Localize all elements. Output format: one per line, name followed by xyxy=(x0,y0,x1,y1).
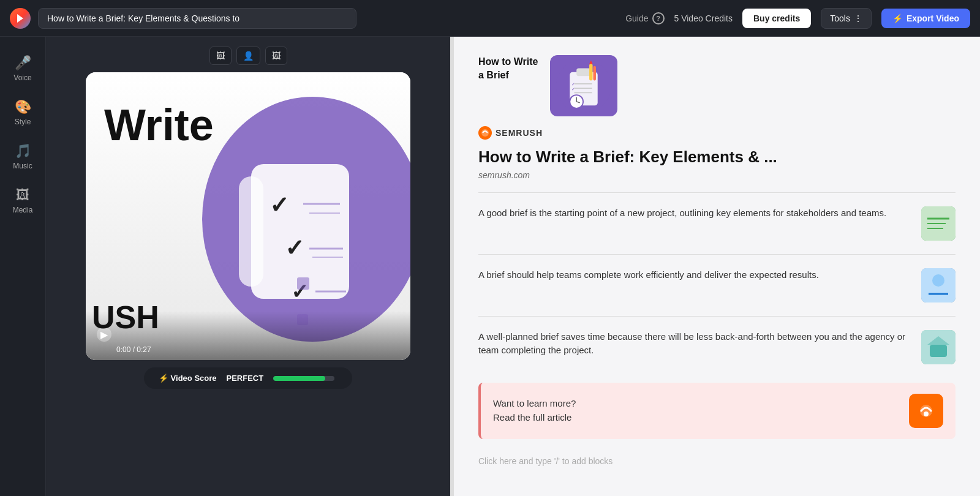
main-layout: 🎤 Voice 🎨 Style 🎵 Music 🖼 Media 🖼 👤 🖼 xyxy=(0,37,980,496)
center-panel: 🖼 👤 🖼 ✓ ✓ ✓ xyxy=(46,37,450,496)
svg-rect-37 xyxy=(930,345,947,357)
add-blocks-hint[interactable]: Click here and type '/' to add blocks xyxy=(478,451,956,471)
sidebar-item-music[interactable]: 🎵 Music xyxy=(4,137,42,176)
article-header-text: How to Write a Brief xyxy=(478,55,538,83)
svg-rect-3 xyxy=(239,176,263,287)
image-tool-3[interactable]: 🖼 xyxy=(265,47,287,65)
article-header: How to Write a Brief ✓ xyxy=(478,55,956,116)
image-toolbar: 🖼 👤 🖼 xyxy=(209,47,287,65)
topbar-right: Guide ? 5 Video Credits Buy credits Tool… xyxy=(625,8,970,29)
left-sidebar: 🎤 Voice 🎨 Style 🎵 Music 🖼 Media xyxy=(0,37,46,496)
video-write-text: Write xyxy=(104,103,214,147)
article-thumbnail: ✓ ✓ xyxy=(550,55,617,116)
svg-point-25 xyxy=(570,95,584,108)
project-title-input[interactable] xyxy=(38,8,356,29)
article-header-title: How to Write a Brief xyxy=(478,55,538,83)
image-tool-1[interactable]: 🖼 xyxy=(209,47,232,65)
semrush-text: SEMRUSH xyxy=(496,128,543,138)
right-panel: How to Write a Brief ✓ xyxy=(454,37,980,496)
credits-info: 5 Video Credits xyxy=(674,13,733,23)
svg-point-28 xyxy=(481,129,489,137)
guide-label: Guide xyxy=(625,13,648,23)
divider-1 xyxy=(478,192,956,193)
cta-line1: Want to learn more? xyxy=(493,397,576,411)
buy-credits-button[interactable]: Buy credits xyxy=(742,9,811,28)
score-perfect-label: PERFECT xyxy=(227,374,264,383)
video-rush-text: USH xyxy=(92,299,159,336)
score-bar-fill xyxy=(273,376,325,381)
paragraph-1: A good brief is the starting point of a … xyxy=(478,206,911,220)
sidebar-item-style[interactable]: 🎨 Style xyxy=(4,93,42,132)
export-button[interactable]: ⚡ Export Video xyxy=(881,9,970,28)
video-preview: ✓ ✓ ✓ Write ▶ 0:00 / 0:27 xyxy=(86,72,410,360)
purple-blob-decoration: ✓ ✓ ✓ xyxy=(190,91,410,348)
svg-text:✓: ✓ xyxy=(285,235,304,261)
svg-rect-16 xyxy=(577,68,592,76)
semrush-icon xyxy=(478,126,492,140)
microphone-icon: 🎤 xyxy=(15,55,31,71)
cta-semrush-icon xyxy=(909,394,943,428)
video-time: 0:00 / 0:27 xyxy=(116,345,151,354)
sidebar-voice-label: Voice xyxy=(13,73,31,82)
svg-point-40 xyxy=(924,411,929,416)
score-label: ⚡ Video Score xyxy=(159,374,217,383)
content-block-2: A brief should help teams complete work … xyxy=(478,262,956,309)
sidebar-style-label: Style xyxy=(15,118,31,126)
tools-dots-icon: ⋮ xyxy=(854,13,862,23)
article-domain: semrush.com xyxy=(478,170,956,180)
video-content: ✓ ✓ ✓ Write ▶ 0:00 / 0:27 xyxy=(86,72,410,360)
palette-icon: 🎨 xyxy=(15,99,31,115)
score-bar-track xyxy=(273,376,334,381)
paragraph-2: A brief should help teams complete work … xyxy=(478,268,911,282)
sidebar-media-label: Media xyxy=(13,206,33,214)
tools-label: Tools xyxy=(830,13,850,23)
export-flash-icon: ⚡ xyxy=(892,13,903,23)
media-icon: 🖼 xyxy=(16,187,29,203)
semrush-logo: SEMRUSH xyxy=(478,126,956,140)
article-main-title: How to Write a Brief: Key Elements & ... xyxy=(478,147,956,168)
svg-point-34 xyxy=(932,274,944,287)
sidebar-item-media[interactable]: 🖼 Media xyxy=(4,181,42,220)
content-block-1: A good brief is the starting point of a … xyxy=(478,200,956,247)
guide-help-icon: ? xyxy=(652,12,665,24)
divider-3 xyxy=(478,316,956,317)
thumbnail-2 xyxy=(921,268,956,302)
tools-button[interactable]: Tools ⋮ xyxy=(821,8,872,29)
cta-line2: Read the full article xyxy=(493,411,576,425)
svg-rect-17 xyxy=(590,64,593,80)
svg-rect-12 xyxy=(297,277,309,290)
content-block-3: A well-planned brief saves time because … xyxy=(478,324,956,370)
cta-block[interactable]: Want to learn more? Read the full articl… xyxy=(478,383,956,439)
divider-2 xyxy=(478,254,956,255)
paragraph-3: A well-planned brief saves time because … xyxy=(478,330,911,358)
thumbnail-1 xyxy=(921,206,956,241)
video-score-bar: ⚡ Video Score PERFECT xyxy=(144,367,352,389)
svg-marker-0 xyxy=(17,14,23,23)
svg-text:✓: ✓ xyxy=(571,86,575,91)
logo-button[interactable] xyxy=(10,8,31,29)
svg-rect-18 xyxy=(594,66,597,80)
svg-text:✓: ✓ xyxy=(270,192,289,218)
export-label: Export Video xyxy=(907,13,959,23)
guide-button[interactable]: Guide ? xyxy=(625,12,664,24)
sidebar-music-label: Music xyxy=(13,162,32,170)
image-tool-2[interactable]: 👤 xyxy=(236,47,260,65)
sidebar-item-voice[interactable]: 🎤 Voice xyxy=(4,49,42,88)
music-icon: 🎵 xyxy=(15,143,31,159)
topbar: Guide ? 5 Video Credits Buy credits Tool… xyxy=(0,0,980,37)
thumbnail-3 xyxy=(921,330,956,364)
cta-text-block: Want to learn more? Read the full articl… xyxy=(493,397,576,424)
